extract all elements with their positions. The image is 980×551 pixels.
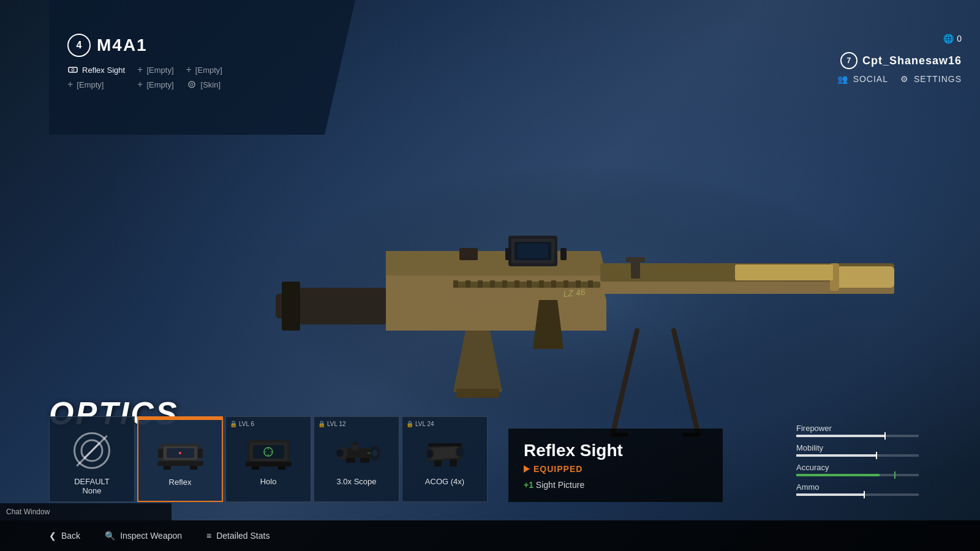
svg-point-46 bbox=[179, 452, 181, 454]
stat-label-accuracy: Accuracy bbox=[796, 463, 919, 472]
stat-indicator-ammo bbox=[864, 491, 865, 498]
stat-bar-firepower bbox=[796, 435, 919, 437]
bonus-value: +1 bbox=[524, 480, 533, 490]
svg-rect-62 bbox=[278, 467, 285, 470]
bottom-nav: ❮ Back 🔍 Inspect Weapon ≡ Detailed Stats bbox=[0, 520, 980, 551]
back-button[interactable]: ❮ Back bbox=[49, 531, 80, 541]
svg-rect-10 bbox=[478, 280, 483, 288]
svg-rect-47 bbox=[157, 461, 203, 466]
optic-card-reflex[interactable]: Reflex bbox=[137, 416, 223, 502]
inspect-weapon-button[interactable]: 🔍 Inspect Weapon bbox=[105, 531, 182, 541]
weapon-name: M4A1 bbox=[97, 36, 148, 55]
back-icon: ❮ bbox=[49, 531, 56, 541]
svg-rect-14 bbox=[527, 280, 532, 288]
bonus-stat: Sight Picture bbox=[536, 480, 584, 490]
stat-bar-ammo bbox=[796, 493, 919, 496]
scope-lock-badge: 🔒 LVL 12 bbox=[318, 421, 346, 427]
stat-label-firepower: Firepower bbox=[796, 424, 919, 433]
attachment-top2[interactable]: + [Empty] bbox=[186, 64, 222, 75]
svg-rect-60 bbox=[246, 462, 292, 467]
selected-item-name: Reflex Sight bbox=[524, 441, 707, 460]
attachment-skin[interactable]: [Skin] bbox=[186, 79, 222, 90]
stat-row-mobility: Mobility bbox=[796, 443, 919, 457]
svg-rect-70 bbox=[353, 442, 358, 445]
social-icon: 👥 bbox=[837, 74, 848, 84]
svg-rect-11 bbox=[490, 280, 495, 288]
svg-line-42 bbox=[85, 443, 99, 458]
acog-lock-level: LVL 24 bbox=[415, 421, 434, 427]
svg-point-38 bbox=[72, 69, 74, 71]
svg-point-77 bbox=[428, 450, 432, 457]
svg-rect-79 bbox=[434, 460, 442, 467]
svg-rect-80 bbox=[450, 459, 457, 467]
stat-indicator-accuracy bbox=[894, 471, 895, 479]
svg-point-39 bbox=[189, 81, 195, 88]
optic-card-holo[interactable]: 🔒 LVL 6 Holo bbox=[225, 416, 311, 502]
attachment-optic[interactable]: Reflex Sight bbox=[67, 64, 125, 75]
username: Cpt_Shanesaw16 bbox=[862, 54, 962, 67]
svg-rect-13 bbox=[514, 280, 519, 288]
svg-rect-29 bbox=[833, 266, 894, 288]
svg-rect-24 bbox=[505, 248, 511, 260]
settings-icon: ⚙ bbox=[900, 74, 909, 84]
currency-icon: 🌐 bbox=[943, 34, 954, 43]
svg-point-75 bbox=[457, 448, 463, 456]
stat-bar-accuracy bbox=[796, 474, 919, 476]
stat-row-ammo: Ammo bbox=[796, 482, 919, 496]
settings-button[interactable]: ⚙ SETTINGS bbox=[900, 74, 962, 84]
social-button[interactable]: 👥 SOCIAL bbox=[837, 74, 888, 84]
svg-rect-61 bbox=[252, 467, 259, 470]
svg-point-68 bbox=[336, 449, 344, 457]
svg-rect-78 bbox=[428, 443, 462, 446]
holo-lock-badge: 🔒 LVL 6 bbox=[230, 421, 254, 427]
svg-rect-28 bbox=[459, 248, 478, 260]
lock-icon-scope: 🔒 bbox=[318, 421, 325, 427]
optic-icon-reflex bbox=[153, 430, 208, 473]
svg-rect-50 bbox=[158, 449, 163, 458]
optic-card-none[interactable]: DEFAULTNone bbox=[49, 416, 135, 502]
weapon-header: 4 M4A1 Reflex Sight + [Empty] + [Empty] … bbox=[67, 34, 222, 90]
svg-point-41 bbox=[81, 440, 102, 461]
optic-label-none: DEFAULTNone bbox=[74, 477, 110, 495]
svg-rect-2 bbox=[282, 282, 300, 331]
stat-fill-mobility bbox=[796, 454, 876, 457]
svg-rect-8 bbox=[453, 280, 458, 288]
scope-lock-level: LVL 12 bbox=[327, 421, 346, 427]
svg-rect-27 bbox=[626, 257, 645, 262]
svg-rect-51 bbox=[198, 449, 203, 458]
svg-rect-18 bbox=[576, 280, 581, 288]
attachments-grid: Reflex Sight + [Empty] + [Empty] + [Empt… bbox=[67, 64, 222, 90]
attachment-bot1[interactable]: + [Empty] bbox=[67, 79, 125, 90]
lock-icon-acog: 🔒 bbox=[406, 421, 413, 427]
svg-rect-37 bbox=[69, 67, 77, 72]
svg-text:LZ 46: LZ 46 bbox=[563, 287, 586, 299]
stat-fill-ammo bbox=[796, 493, 864, 496]
svg-rect-25 bbox=[560, 248, 567, 260]
detailed-stats-button[interactable]: ≡ Detailed Stats bbox=[206, 531, 270, 541]
lock-icon: 🔒 bbox=[230, 421, 237, 427]
optic-icon-scope3x bbox=[329, 429, 384, 472]
equipped-text: EQUIPPED bbox=[533, 464, 582, 474]
optic-icon-holo bbox=[241, 429, 296, 472]
item-bonus: +1 Sight Picture bbox=[524, 480, 707, 490]
stat-row-firepower: Firepower bbox=[796, 424, 919, 437]
svg-rect-49 bbox=[190, 466, 197, 470]
chat-window-label: Chat Window bbox=[6, 508, 50, 516]
optic-label-acog: ACOG (4x) bbox=[425, 477, 464, 486]
holo-lock-level: LVL 6 bbox=[239, 421, 254, 427]
attachment-bot2[interactable]: + [Empty] bbox=[137, 79, 173, 90]
chat-window[interactable]: Chat Window bbox=[0, 503, 172, 520]
svg-rect-9 bbox=[466, 280, 470, 288]
svg-rect-48 bbox=[164, 466, 171, 470]
stat-indicator-firepower bbox=[884, 432, 886, 440]
svg-rect-12 bbox=[502, 280, 507, 288]
svg-rect-35 bbox=[735, 264, 833, 280]
equipped-triangle-icon bbox=[524, 465, 530, 473]
equipped-badge: EQUIPPED bbox=[524, 464, 707, 474]
attachment-top1[interactable]: + [Empty] bbox=[137, 64, 173, 75]
optic-card-scope3x[interactable]: 🔒 LVL 12 bbox=[314, 416, 399, 502]
stat-bar-mobility bbox=[796, 454, 919, 457]
optic-label-reflex: Reflex bbox=[169, 478, 192, 487]
stat-row-accuracy: Accuracy bbox=[796, 463, 919, 476]
optic-card-acog[interactable]: 🔒 LVL 24 ACOG (4x) bbox=[402, 416, 488, 502]
